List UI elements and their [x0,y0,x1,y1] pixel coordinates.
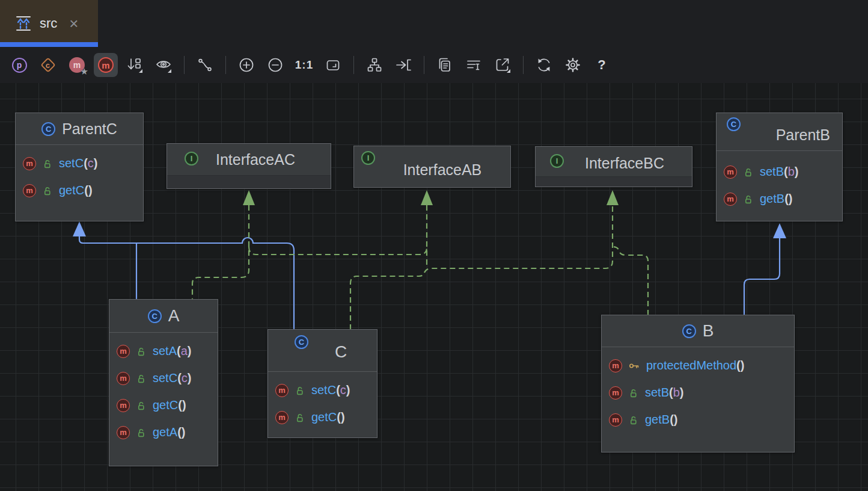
extends-arrowhead [773,223,786,238]
method-row[interactable]: m setB(b) [724,158,842,185]
class-node-b[interactable]: C B m protectedMethod() m setB(b) m getB… [601,315,795,452]
method-icon: m [23,184,36,197]
node-body: m setA(a) m setC(c) m getC() m getA() [109,333,218,446]
node-body: m setB(b) m getB() [717,151,842,212]
methods-toggle-button[interactable]: m [94,53,118,77]
public-lock-icon [629,388,638,398]
interface-node-interfacebc[interactable]: I InterfaceBC [535,146,692,187]
node-title: InterfaceBC [585,155,664,172]
edge-style-button[interactable] [193,53,217,77]
method-row[interactable]: m getA() [117,419,218,446]
public-lock-icon [744,194,753,204]
class-node-parentc[interactable]: C ParentC m setC(c) m getC() [15,113,144,221]
zoom-in-button[interactable] [234,53,258,77]
node-header: I InterfaceAC [167,144,331,175]
constructors-icon: c [40,57,55,72]
fit-content-icon [325,57,341,73]
export-diagram-button[interactable] [491,53,515,77]
method-icon: m [117,399,130,412]
method-row[interactable]: m setC(c) [117,365,218,392]
help-label: ? [598,57,605,73]
node-body: m setC(c) m getC() [16,145,143,204]
node-empty-body [536,177,692,187]
class-node-a[interactable]: C A m setA(a) m setC(c) m getC() m [109,299,218,466]
refresh-icon [536,57,552,73]
class-icon: C [727,117,741,131]
zoom-in-icon [238,57,255,73]
editor-tab-bar: src × [0,0,868,47]
interface-icon: I [361,151,375,165]
spline-edge-icon [197,57,213,73]
node-header: C ParentC [16,113,143,145]
interface-node-interfaceab[interactable]: I InterfaceAB [353,146,511,188]
eye-icon [155,57,172,73]
refresh-button[interactable] [532,53,556,77]
node-title: ParentC [62,120,117,138]
node-header: I InterfaceAB [354,146,510,188]
method-row[interactable]: m getC() [117,392,218,419]
toolbar-divider [225,56,226,74]
method-row[interactable]: m setA(a) [117,338,218,365]
hierarchy-layout-icon [366,57,383,73]
tab-title: src [40,16,57,31]
public-lock-icon [744,167,753,177]
class-node-parentb[interactable]: C ParentB m setB(b) m getB() [716,113,843,221]
diagram-canvas[interactable]: C ParentC m setC(c) m getC() I Interface… [0,83,868,491]
public-lock-icon [295,386,305,395]
method-row[interactable]: m getC() [275,404,377,431]
method-icon: m [23,157,36,170]
method-row[interactable]: m setB(b) [609,379,794,406]
implements-arrowhead [421,190,433,205]
public-lock-icon [43,159,52,168]
close-icon[interactable]: × [69,16,78,31]
public-lock-icon [136,347,146,356]
method-icon: m [609,413,622,427]
node-title: InterfaceAB [403,161,482,179]
method-row[interactable]: m getB() [609,406,794,433]
help-button[interactable]: ? [590,53,614,77]
settings-button[interactable] [561,53,585,77]
tab-src[interactable]: src × [0,0,98,47]
sort-members-button[interactable] [123,53,147,77]
method-icon: m [117,372,130,385]
class-node-c[interactable]: C C m setC(c) m getC() [267,329,377,438]
node-empty-body [167,176,331,188]
public-lock-icon [136,374,146,383]
constructors-toggle-button[interactable]: c [36,53,60,77]
properties-toggle-button[interactable]: p [7,53,31,77]
class-icon: C [682,324,696,338]
method-icon: m [724,165,737,179]
diagram-toolbar: p c m★ m [0,47,868,83]
method-row[interactable]: m getC() [23,177,143,204]
route-edges-button[interactable] [391,53,415,77]
method-row[interactable]: m getB() [724,185,842,212]
implements-arrowhead [243,190,255,205]
pinned-members-toggle-button[interactable]: m★ [65,53,89,77]
method-icon: m [117,345,130,358]
zoom-out-button[interactable] [263,53,287,77]
method-row[interactable]: m setC(c) [23,150,143,177]
toolbar-divider [523,56,524,74]
method-row[interactable]: m protectedMethod() [609,352,794,379]
node-title: A [168,306,180,326]
node-header: I InterfaceBC [536,147,692,176]
edge-labels-button[interactable] [462,53,486,77]
extends-arrowhead [73,221,86,236]
text-edit-icon [465,57,482,73]
export-icon [494,57,511,73]
node-header: C ParentB [717,113,842,151]
class-icon: C [148,309,162,323]
method-row[interactable]: m setC(c) [275,377,377,404]
copy-icon [436,57,453,73]
actual-size-button[interactable]: 1:1 [292,53,316,77]
fit-content-button[interactable] [321,53,345,77]
toolbar-divider [424,56,424,74]
interface-node-interfaceac[interactable]: I InterfaceAC [167,143,331,189]
properties-icon: p [12,58,27,73]
method-icon: m [275,411,289,424]
apply-layout-button[interactable] [362,53,387,77]
interface-icon: I [550,154,564,168]
route-edge-icon [395,57,412,73]
copy-diagram-button[interactable] [433,53,457,77]
visibility-level-button[interactable] [151,53,176,77]
